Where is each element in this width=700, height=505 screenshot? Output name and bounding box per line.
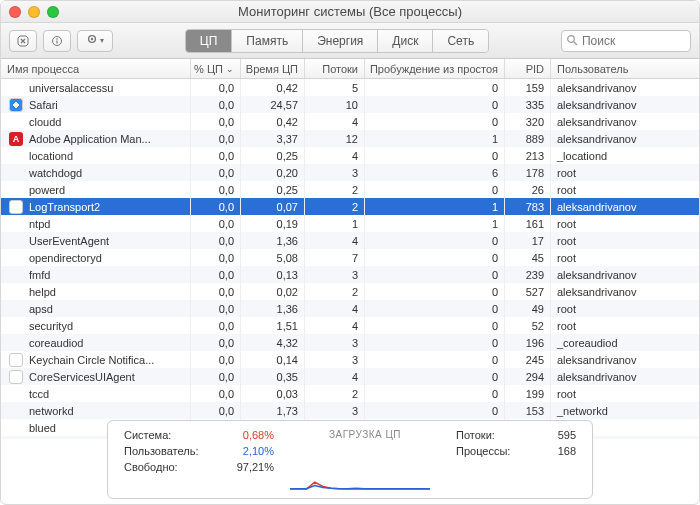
cell-time: 5,08 (241, 249, 305, 266)
cell-wake: 0 (365, 368, 505, 385)
tab-energy[interactable]: Энергия (303, 30, 378, 52)
cell-cpu: 0,0 (191, 266, 241, 283)
cell-user: root (551, 300, 699, 317)
tab-network[interactable]: Сеть (433, 30, 488, 52)
cell-wake: 0 (365, 300, 505, 317)
search-field[interactable] (561, 30, 691, 52)
column-threads[interactable]: Потоки (305, 59, 365, 78)
column-wakeups[interactable]: Пробуждение из простоя (365, 59, 505, 78)
process-name: UserEventAgent (29, 235, 109, 247)
table-row[interactable]: CoreServicesUIAgent0,00,3540294aleksandr… (1, 368, 699, 385)
cell-user: root (551, 317, 699, 334)
cell-time: 0,25 (241, 181, 305, 198)
cell-pid: 49 (505, 300, 551, 317)
cell-user: aleksandrivanov (551, 198, 699, 215)
cell-time: 1,36 (241, 232, 305, 249)
table-row[interactable]: universalaccessu0,00,4250159aleksandriva… (1, 79, 699, 96)
table-row[interactable]: networkd0,01,7330153_networkd (1, 402, 699, 419)
cell-threads: 3 (305, 351, 365, 368)
cell-time: 4,32 (241, 334, 305, 351)
cell-cpu: 0,0 (191, 215, 241, 232)
cell-threads: 2 (305, 198, 365, 215)
cell-user: aleksandrivanov (551, 283, 699, 300)
actions-menu-button[interactable]: ▾ (77, 30, 113, 52)
table-row[interactable]: LogTransport20,00,0721783aleksandrivanov (1, 198, 699, 215)
cell-user: root (551, 215, 699, 232)
cell-threads: 3 (305, 164, 365, 181)
cell-threads: 3 (305, 266, 365, 283)
cell-cpu: 0,0 (191, 232, 241, 249)
cell-pid: 320 (505, 113, 551, 130)
column-cpu-time[interactable]: Время ЦП (241, 59, 305, 78)
column-user[interactable]: Пользователь (551, 59, 699, 78)
cpu-chart-box: ЗАГРУЗКА ЦП (290, 429, 440, 490)
cell-wake: 0 (365, 266, 505, 283)
value-system: 0,68% (243, 429, 274, 441)
table-row[interactable]: locationd0,00,2540213_locationd (1, 147, 699, 164)
cell-pid: 199 (505, 385, 551, 402)
table-row[interactable]: powerd0,00,252026root (1, 181, 699, 198)
cell-threads: 4 (305, 300, 365, 317)
table-row[interactable]: helpd0,00,0220527aleksandrivanov (1, 283, 699, 300)
cell-cpu: 0,0 (191, 181, 241, 198)
search-input[interactable] (561, 30, 691, 52)
column-pid[interactable]: PID (505, 59, 551, 78)
column-cpu[interactable]: % ЦП⌄ (191, 59, 241, 78)
cell-cpu: 0,0 (191, 283, 241, 300)
table-row[interactable]: Safari0,024,57100335aleksandrivanov (1, 96, 699, 113)
chevron-down-icon: ▾ (100, 36, 104, 45)
table-row[interactable]: Keychain Circle Notifica...0,00,1430245a… (1, 351, 699, 368)
inspect-process-button[interactable] (43, 30, 71, 52)
cell-wake: 0 (365, 232, 505, 249)
cell-cpu: 0,0 (191, 402, 241, 419)
table-row[interactable]: cloudd0,00,4240320aleksandrivanov (1, 113, 699, 130)
table-row[interactable]: securityd0,01,514052root (1, 317, 699, 334)
table-row[interactable]: watchdogd0,00,2036178root (1, 164, 699, 181)
cell-user: aleksandrivanov (551, 368, 699, 385)
cell-pid: 52 (505, 317, 551, 334)
cell-threads: 4 (305, 317, 365, 334)
cell-time: 0,25 (241, 147, 305, 164)
cell-user: root (551, 164, 699, 181)
table-row[interactable]: UserEventAgent0,01,364017root (1, 232, 699, 249)
process-name: fmfd (29, 269, 50, 281)
cell-time: 3,37 (241, 130, 305, 147)
tab-cpu[interactable]: ЦП (186, 30, 233, 52)
svg-line-6 (574, 42, 577, 45)
cell-user: _networkd (551, 402, 699, 419)
search-icon (566, 34, 578, 49)
cell-user: _locationd (551, 147, 699, 164)
cell-wake: 0 (365, 334, 505, 351)
table-row[interactable]: apsd0,01,364049root (1, 300, 699, 317)
column-name[interactable]: Имя процесса (1, 59, 191, 78)
close-window-button[interactable] (9, 6, 21, 18)
table-row[interactable]: ntpd0,00,1911161root (1, 215, 699, 232)
value-threads: 595 (558, 429, 576, 441)
stop-process-button[interactable] (9, 30, 37, 52)
process-name: locationd (29, 150, 73, 162)
table-row[interactable]: AAdobe Application Man...0,03,37121889al… (1, 130, 699, 147)
process-name: opendirectoryd (29, 252, 102, 264)
table-row[interactable]: tccd0,00,0320199root (1, 385, 699, 402)
minimize-window-button[interactable] (28, 6, 40, 18)
chart-title: ЗАГРУЗКА ЦП (290, 429, 440, 440)
label-threads: Потоки: (456, 429, 495, 441)
cell-pid: 239 (505, 266, 551, 283)
table-row[interactable]: fmfd0,00,1330239aleksandrivanov (1, 266, 699, 283)
table-row[interactable]: coreaudiod0,04,3230196_coreaudiod (1, 334, 699, 351)
cell-pid: 45 (505, 249, 551, 266)
cell-wake: 0 (365, 147, 505, 164)
cell-wake: 0 (365, 96, 505, 113)
process-name: Safari (29, 99, 58, 111)
cell-pid: 161 (505, 215, 551, 232)
cell-user: aleksandrivanov (551, 266, 699, 283)
label-system: Система: (124, 429, 171, 441)
zoom-window-button[interactable] (47, 6, 59, 18)
tab-memory[interactable]: Память (232, 30, 303, 52)
process-name: coreaudiod (29, 337, 83, 349)
cell-time: 0,20 (241, 164, 305, 181)
table-row[interactable]: opendirectoryd0,05,087045root (1, 249, 699, 266)
cell-threads: 2 (305, 385, 365, 402)
tab-disk[interactable]: Диск (378, 30, 433, 52)
cell-cpu: 0,0 (191, 317, 241, 334)
